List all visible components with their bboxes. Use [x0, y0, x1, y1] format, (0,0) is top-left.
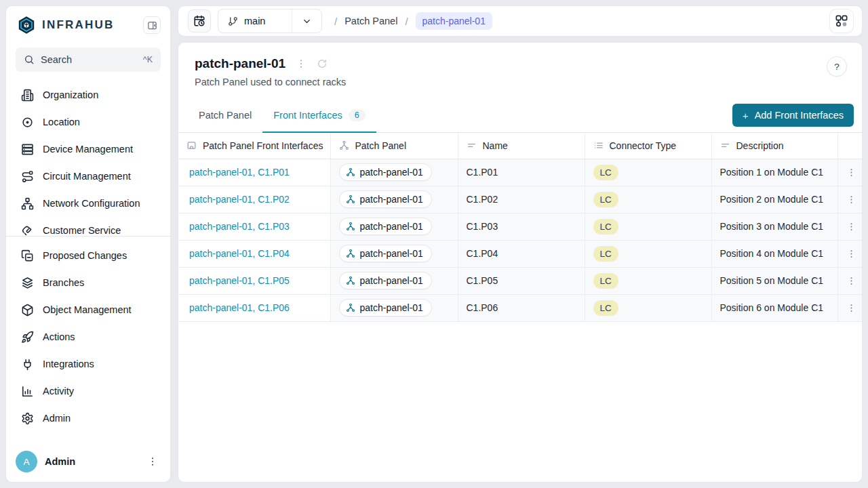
- patch-panel-chip[interactable]: patch-panel-01: [339, 272, 432, 289]
- handshake-icon: [21, 224, 34, 237]
- table-row[interactable]: patch-panel-01, C1.P02 patch-panel-01 C1…: [178, 186, 863, 213]
- tab-patch-panel[interactable]: Patch Panel: [188, 98, 262, 132]
- cell-description: Position 2 on Module C1: [711, 186, 837, 213]
- table-row[interactable]: patch-panel-01, C1.P03 patch-panel-01 C1…: [178, 213, 863, 240]
- user-name: Admin: [45, 456, 137, 467]
- object-kebab-menu-button[interactable]: [296, 58, 307, 69]
- sidebar-item[interactable]: Object Management: [14, 296, 162, 323]
- row-kebab-menu-button[interactable]: [844, 273, 859, 288]
- breadcrumb-current[interactable]: patch-panel-01: [416, 12, 492, 30]
- column-header[interactable]: Connector Type: [585, 133, 711, 159]
- kebab-icon: [846, 167, 856, 178]
- sidebar-item-label: Admin: [43, 413, 71, 424]
- panel-collapse-icon[interactable]: [143, 16, 161, 34]
- connector-type-badge: LC: [593, 165, 618, 180]
- sidebar-item[interactable]: Proposed Changes: [14, 242, 162, 269]
- interface-link[interactable]: patch-panel-01, C1.P06: [189, 302, 290, 313]
- cell-actions: [837, 186, 863, 213]
- patch-panel-chip[interactable]: patch-panel-01: [339, 190, 432, 208]
- table-row[interactable]: patch-panel-01, C1.P06 patch-panel-01 C1…: [178, 294, 863, 321]
- sidebar-item[interactable]: Branches: [14, 269, 162, 296]
- workflow-button[interactable]: [829, 9, 854, 33]
- cell-connector-type: LC: [585, 294, 711, 321]
- row-kebab-menu-button[interactable]: [844, 300, 859, 315]
- cell-name: C1.P04: [458, 240, 585, 267]
- refresh-icon: [317, 58, 328, 69]
- row-kebab-menu-button[interactable]: [844, 192, 859, 207]
- cell-patch-panel: patch-panel-01: [330, 159, 458, 186]
- interface-link[interactable]: patch-panel-01, C1.P05: [189, 275, 290, 286]
- row-kebab-menu-button[interactable]: [844, 246, 859, 261]
- sidebar-item[interactable]: Network Configuration: [14, 190, 162, 217]
- add-front-interfaces-button[interactable]: + Add Front Interfaces: [732, 104, 854, 127]
- column-header[interactable]: Patch Panel: [330, 133, 458, 159]
- sidebar-item[interactable]: Admin: [14, 405, 162, 432]
- cell-name: C1.P02: [458, 186, 585, 213]
- interface-link[interactable]: patch-panel-01, C1.P03: [189, 221, 290, 232]
- column-header[interactable]: Description: [711, 133, 837, 159]
- sidebar-item[interactable]: Activity: [14, 378, 162, 405]
- sidebar-item[interactable]: Organization: [14, 81, 162, 108]
- search-input[interactable]: Search ^K: [16, 47, 161, 72]
- refresh-button[interactable]: [317, 58, 328, 69]
- column-header-label: Patch Panel Front Interfaces: [203, 140, 323, 151]
- interface-link[interactable]: patch-panel-01, C1.P04: [189, 248, 290, 259]
- row-kebab-menu-button[interactable]: [844, 165, 859, 180]
- plus-icon: +: [743, 110, 749, 121]
- patch-panel-chip[interactable]: patch-panel-01: [339, 245, 432, 262]
- cell-actions: [837, 240, 863, 267]
- sidebar-item[interactable]: Circuit Management: [14, 163, 162, 190]
- front-interfaces-table: Patch Panel Front Interfaces Patch Panel: [178, 133, 863, 322]
- hierarchy-icon: [346, 276, 355, 285]
- column-header[interactable]: [837, 133, 863, 159]
- patch-panel-chip-label: patch-panel-01: [360, 194, 423, 205]
- branch-name: main: [244, 16, 265, 26]
- page-title: patch-panel-01: [195, 56, 285, 71]
- row-kebab-menu-button[interactable]: [844, 219, 859, 234]
- cell-actions: [837, 267, 863, 294]
- patch-panel-chip[interactable]: patch-panel-01: [339, 218, 432, 235]
- gear-icon: [21, 412, 34, 425]
- user-menu[interactable]: A Admin: [6, 444, 170, 482]
- sidebar-item[interactable]: Integrations: [14, 350, 162, 378]
- table-row[interactable]: patch-panel-01, C1.P05 patch-panel-01 C1…: [178, 267, 863, 294]
- hierarchy-icon: [346, 222, 355, 231]
- sidebar-item[interactable]: Customer Service: [14, 217, 162, 236]
- cell-description: Position 5 on Module C1: [711, 267, 837, 294]
- breadcrumb-parent[interactable]: Patch Panel: [344, 16, 397, 26]
- column-header[interactable]: Name: [458, 133, 585, 159]
- help-button[interactable]: ?: [827, 56, 847, 77]
- hierarchy-icon: [339, 140, 349, 150]
- sidebar-item[interactable]: Location: [14, 108, 162, 136]
- sidebar-item-label: Actions: [43, 331, 75, 342]
- chevron-down-icon: [302, 16, 312, 26]
- sidebar-item[interactable]: Device Management: [14, 136, 162, 163]
- user-kebab-menu-button[interactable]: [144, 453, 161, 470]
- tab-front-interfaces[interactable]: Front Interfaces 6: [262, 98, 376, 132]
- branch-selector-caret[interactable]: [292, 9, 321, 33]
- connector-type-badge: LC: [593, 273, 618, 289]
- topbar: main / Patch Panel / patch-panel-01: [178, 5, 863, 37]
- interface-link[interactable]: patch-panel-01, C1.P02: [189, 194, 290, 205]
- git-branch-icon: [228, 16, 238, 26]
- locate-icon: [21, 116, 34, 129]
- patch-panel-chip-label: patch-panel-01: [360, 221, 423, 232]
- branch-selector[interactable]: main: [218, 9, 322, 33]
- main-column: main / Patch Panel / patch-panel-01 patc…: [178, 5, 863, 483]
- breadcrumb: / Patch Panel / patch-panel-01: [334, 12, 492, 30]
- interface-link[interactable]: patch-panel-01, C1.P01: [189, 167, 290, 178]
- calendar-clock-button[interactable]: [188, 9, 211, 33]
- patch-panel-chip-label: patch-panel-01: [360, 248, 423, 259]
- column-header[interactable]: Patch Panel Front Interfaces: [178, 133, 330, 159]
- sidebar-item-label: Organization: [43, 89, 98, 100]
- table-row[interactable]: patch-panel-01, C1.P01 patch-panel-01 C1…: [178, 159, 863, 186]
- kebab-icon: [846, 276, 856, 286]
- patch-panel-chip[interactable]: patch-panel-01: [339, 299, 432, 317]
- cell-connector-type: LC: [585, 159, 711, 186]
- patch-panel-chip[interactable]: patch-panel-01: [339, 163, 432, 181]
- app-root: INFRAHUB Search ^K Organization Location: [0, 0, 868, 488]
- kebab-icon: [296, 58, 307, 69]
- sidebar-item[interactable]: Actions: [14, 323, 162, 350]
- cell-description: Position 6 on Module C1: [711, 294, 837, 321]
- table-row[interactable]: patch-panel-01, C1.P04 patch-panel-01 C1…: [178, 240, 863, 267]
